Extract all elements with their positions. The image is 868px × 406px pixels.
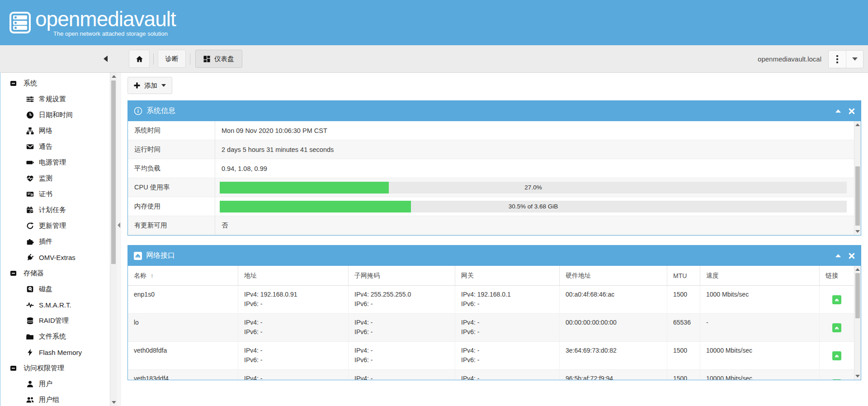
updates-available-value: 否 — [215, 216, 854, 235]
app-banner: openmediavault The open network attached… — [0, 0, 868, 45]
scroll-up-icon[interactable] — [855, 268, 860, 271]
close-panel-icon[interactable] — [849, 108, 855, 114]
sidebar-item-certificates[interactable]: 证书 — [0, 186, 117, 202]
diagnostics-button[interactable]: 诊断 — [158, 50, 186, 68]
table-row-veth0d8fdfa[interactable]: veth0d8fdfa IPv4: -IPv6: - IPv4: -IPv6: … — [128, 342, 854, 370]
scroll-down-icon[interactable] — [855, 375, 860, 378]
sidebar-item-flash-memory[interactable]: Flash Memory — [0, 345, 117, 360]
sidebar-item-disks[interactable]: 磁盘 — [0, 281, 117, 297]
dashboard-label: 仪表盘 — [214, 55, 234, 63]
sidebar-group-storage[interactable]: 存储器 — [0, 265, 117, 281]
plus-icon — [134, 82, 140, 89]
sitemap-icon — [26, 127, 34, 135]
column-header-hardware-address[interactable]: 硬件地址 — [560, 266, 667, 285]
toolbar-separator — [153, 53, 154, 65]
sidebar-group-access-rights[interactable]: 访问权限管理 — [0, 360, 117, 376]
chevron-down-icon — [852, 57, 858, 61]
column-header-address[interactable]: 地址 — [238, 266, 349, 285]
sidebar-item-monitoring[interactable]: 监测 — [0, 170, 117, 186]
panel-scrollbar[interactable] — [854, 121, 861, 235]
column-header-name[interactable]: 名称 ↑ — [128, 266, 238, 285]
sidebar-scrollbar[interactable] — [110, 73, 117, 406]
dashboard-button[interactable]: 仪表盘 — [195, 50, 242, 68]
sidebar-collapse-button[interactable] — [104, 56, 108, 62]
add-widget-button[interactable]: 添加 — [127, 77, 172, 94]
scrollbar-thumb[interactable] — [855, 273, 860, 318]
scroll-down-icon[interactable] — [112, 401, 116, 404]
sidebar-item-plugins[interactable]: 插件 — [0, 234, 117, 250]
column-header-mtu[interactable]: MTU — [667, 266, 700, 285]
app-tagline: The open network attached storage soluti… — [53, 30, 176, 37]
table-row-enp1s0[interactable]: enp1s0 IPv4: 192.168.0.91IPv6: - IPv4: 2… — [128, 286, 854, 314]
top-toolbar: 诊断 仪表盘 openmediavault.local — [0, 45, 868, 73]
info-circle-icon — [134, 107, 142, 115]
minus-square-icon — [10, 80, 17, 87]
hdd-icon — [26, 285, 34, 293]
table-row-lo[interactable]: lo IPv4: -IPv6: - IPv4: -IPv6: - IPv4: -… — [128, 314, 854, 342]
system-info-panel: 系统信息 系统时间 Mon 09 Nov 2020 10:06:30 PM CS… — [127, 100, 861, 236]
column-header-gateway[interactable]: 网关 — [455, 266, 560, 285]
toolbar-separator — [190, 53, 190, 65]
link-up-icon — [832, 379, 841, 380]
dashboard-content: 添加 系统信息 系统时间 — [121, 73, 868, 406]
sidebar-item-users[interactable]: 用户 — [0, 376, 117, 392]
network-interfaces-panel: 网络接口 名称 ↑ 地址 子网掩码 网关 — [127, 245, 861, 380]
scroll-up-icon[interactable] — [855, 123, 860, 126]
sidebar-item-groups[interactable]: 用户组 — [0, 392, 117, 406]
panel-title: 系统信息 — [146, 106, 175, 116]
kebab-menu-button[interactable] — [829, 51, 846, 68]
info-row-updates-available: 有更新可用 否 — [128, 216, 854, 235]
sidebar-item-raid-management[interactable]: RAID管理 — [0, 313, 117, 329]
dashboard-grid-icon — [203, 56, 210, 62]
sidebar-item-smart[interactable]: S.M.A.R.T. — [0, 297, 117, 313]
bolt-icon — [26, 349, 34, 356]
system-info-panel-header[interactable]: 系统信息 — [128, 101, 861, 121]
sort-asc-icon: ↑ — [151, 272, 154, 279]
collapse-panel-icon[interactable] — [835, 254, 841, 257]
database-icon — [26, 317, 34, 325]
user-dropdown-button[interactable] — [846, 51, 863, 68]
sidebar-item-notifications[interactable]: 通告 — [0, 139, 117, 155]
close-panel-icon[interactable] — [849, 253, 855, 259]
sidebar-splitter[interactable] — [117, 73, 121, 406]
pulse-icon — [26, 301, 34, 309]
add-widget-label: 添加 — [144, 81, 157, 90]
uptime-value: 2 days 5 hours 31 minutes 41 seconds — [215, 140, 854, 159]
minus-square-icon — [10, 365, 17, 372]
scrollbar-thumb[interactable] — [111, 80, 116, 264]
sidebar-group-system[interactable]: 系统 — [0, 76, 117, 91]
sidebar-item-power-management[interactable]: 电源管理 — [0, 155, 117, 170]
info-row-system-time: 系统时间 Mon 09 Nov 2020 10:06:30 PM CST — [128, 121, 854, 140]
column-header-speed[interactable]: 速度 — [700, 266, 820, 285]
sidebar-item-omv-extras[interactable]: OMV-Extras — [0, 250, 117, 265]
scrollbar-thumb[interactable] — [855, 166, 860, 226]
panel-title: 网络接口 — [146, 251, 175, 260]
diagnostics-label: 诊断 — [165, 55, 179, 63]
sidebar-item-date-time[interactable]: 日期和时间 — [0, 107, 117, 123]
scroll-up-icon[interactable] — [112, 75, 116, 78]
scroll-down-icon[interactable] — [855, 230, 860, 233]
ethernet-icon — [134, 252, 142, 260]
home-icon — [136, 55, 143, 63]
folder-icon — [26, 333, 34, 340]
network-panel-header[interactable]: 网络接口 — [128, 245, 861, 266]
hostname-label: openmediavault.local — [758, 55, 821, 63]
certificate-icon — [26, 190, 34, 198]
info-row-cpu-usage: CPU 使用率 27.0% — [128, 178, 854, 197]
sidebar-item-update-management[interactable]: 更新管理 — [0, 218, 117, 234]
table-row-veth183ddf4[interactable]: veth183ddf4 IPv4: -IPv6: - IPv4: -IPv6: … — [128, 370, 854, 380]
calendar-clock-icon — [26, 206, 34, 214]
memory-usage-value: 30.5% of 3.68 GiB — [220, 201, 847, 212]
sidebar-item-scheduled-jobs[interactable]: 计划任务 — [0, 202, 117, 218]
panel-scrollbar[interactable] — [854, 266, 861, 380]
column-header-netmask[interactable]: 子网掩码 — [349, 266, 455, 285]
collapse-panel-icon[interactable] — [835, 109, 841, 113]
sidebar-item-network[interactable]: 网络 — [0, 123, 117, 139]
column-header-link[interactable]: 链接 — [820, 266, 854, 285]
omv-server-logo-icon — [9, 12, 31, 33]
network-table-header: 名称 ↑ 地址 子网掩码 网关 硬件地址 MTU 速度 链接 — [128, 266, 854, 286]
home-button[interactable] — [129, 50, 150, 68]
sidebar-item-general-settings[interactable]: 常规设置 — [0, 91, 117, 107]
sidebar-item-file-systems[interactable]: 文件系统 — [0, 329, 117, 345]
chevron-left-icon[interactable] — [118, 222, 120, 228]
